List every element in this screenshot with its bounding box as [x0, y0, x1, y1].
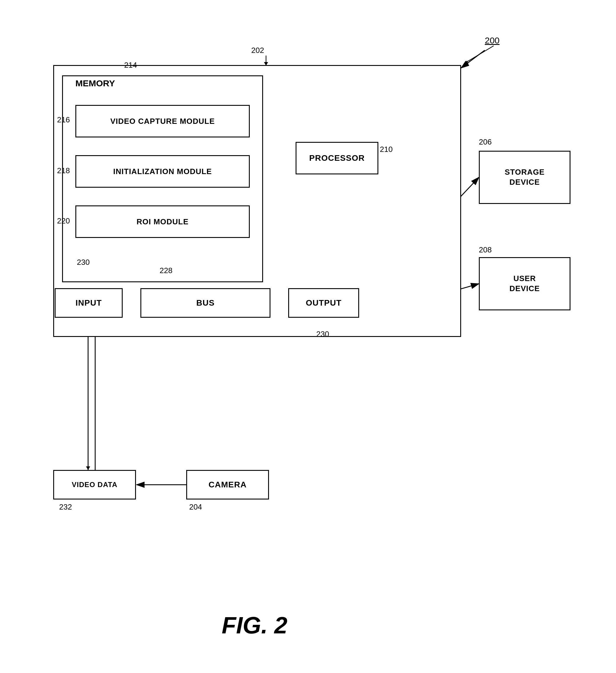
svg-marker-28: [86, 466, 90, 470]
ref-208: 208: [479, 245, 491, 254]
processor-box: PROCESSOR: [295, 142, 378, 174]
figure-label: FIG. 2: [222, 612, 287, 639]
ref-206: 206: [479, 138, 491, 147]
ref-228: 228: [160, 266, 172, 275]
ref-202: 202: [251, 46, 264, 55]
ref-220: 220: [57, 216, 70, 226]
roi-module-box: ROI MODULE: [75, 205, 250, 238]
ref-232: 232: [59, 502, 72, 512]
ref-216: 216: [57, 115, 70, 125]
diagram-container: MEMORY VIDEO CAPTURE MODULE INITIALIZATI…: [0, 0, 616, 673]
ref-210: 210: [380, 145, 393, 154]
camera-box: CAMERA: [186, 470, 269, 499]
output-box: OUTPUT: [288, 288, 359, 318]
svg-line-4: [464, 46, 493, 63]
svg-marker-5: [464, 61, 468, 64]
video-capture-module-box: VIDEO CAPTURE MODULE: [75, 105, 250, 138]
ref-230-bottom: 230: [316, 329, 329, 339]
user-device-box: USER DEVICE: [479, 257, 571, 310]
svg-line-0: [461, 50, 485, 68]
initialization-module-box: INITIALIZATION MODULE: [75, 155, 250, 188]
ref-200: 200: [485, 35, 499, 45]
memory-label: MEMORY: [75, 78, 115, 88]
ref-218: 218: [57, 166, 70, 175]
ref-204: 204: [189, 502, 202, 512]
ref-230-top: 230: [77, 258, 89, 267]
input-box: INPUT: [55, 288, 123, 318]
bus-box: BUS: [141, 288, 270, 318]
video-data-box: VIDEO DATA: [53, 470, 136, 499]
ref-214: 214: [124, 61, 137, 70]
storage-device-box: STORAGE DEVICE: [479, 151, 571, 204]
